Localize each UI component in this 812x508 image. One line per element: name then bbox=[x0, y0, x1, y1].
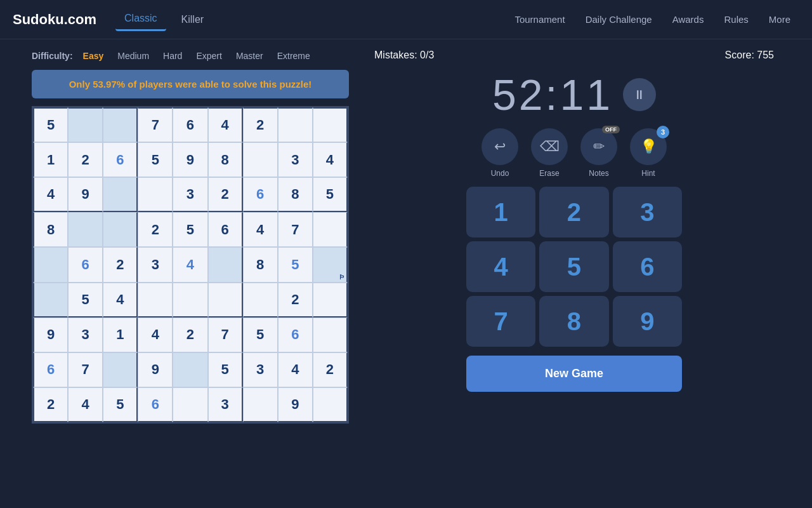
diff-hard[interactable]: Hard bbox=[159, 50, 186, 62]
grid-cell[interactable]: 3 bbox=[68, 318, 103, 352]
grid-cell[interactable] bbox=[103, 352, 138, 387]
grid-cell[interactable]: 9 bbox=[33, 318, 68, 352]
grid-cell[interactable] bbox=[313, 283, 348, 318]
grid-cell[interactable]: 2 bbox=[173, 318, 207, 352]
grid-cell[interactable]: 5 bbox=[243, 318, 278, 352]
grid-cell[interactable]: 1 bbox=[103, 318, 138, 352]
nav-classic[interactable]: Classic bbox=[115, 8, 166, 31]
grid-cell[interactable]: 6 bbox=[138, 387, 173, 422]
grid-cell[interactable]: 8 bbox=[278, 177, 313, 212]
grid-cell[interactable]: 2 bbox=[68, 142, 103, 177]
grid-cell[interactable]: 5 bbox=[278, 247, 313, 282]
nav-more[interactable]: More bbox=[760, 9, 799, 30]
diff-medium[interactable]: Medium bbox=[114, 50, 153, 62]
grid-cell[interactable]: 7 bbox=[68, 352, 103, 387]
grid-cell[interactable]: 4 bbox=[278, 352, 313, 387]
diff-expert[interactable]: Expert bbox=[192, 50, 225, 62]
new-game-button[interactable]: New Game bbox=[466, 356, 682, 392]
grid-cell[interactable]: 5 bbox=[208, 352, 243, 387]
grid-cell[interactable]: 9 bbox=[173, 142, 207, 177]
grid-cell[interactable]: 4 bbox=[138, 318, 173, 352]
tool-erase[interactable]: ⌫ Erase bbox=[531, 128, 568, 178]
pause-button[interactable]: ⏸ bbox=[623, 78, 656, 111]
grid-cell[interactable] bbox=[103, 177, 138, 212]
numpad-5[interactable]: 5 bbox=[539, 241, 608, 292]
grid-cell[interactable]: 6 bbox=[103, 142, 138, 177]
grid-cell[interactable]: 5 bbox=[68, 283, 103, 318]
grid-cell[interactable]: 1 bbox=[33, 142, 68, 177]
nav-rules[interactable]: Rules bbox=[715, 9, 757, 30]
grid-cell[interactable]: 6 bbox=[173, 107, 207, 142]
grid-cell[interactable]: 4 bbox=[173, 247, 207, 282]
nav-tournament[interactable]: Tournament bbox=[506, 9, 573, 30]
grid-cell[interactable]: 9 bbox=[278, 387, 313, 422]
numpad-2[interactable]: 2 bbox=[539, 187, 608, 237]
grid-cell[interactable] bbox=[313, 387, 348, 422]
grid-cell[interactable]: 9 bbox=[138, 352, 173, 387]
grid-cell[interactable]: 5 bbox=[138, 142, 173, 177]
hint-circle[interactable]: 💡 3 bbox=[630, 128, 667, 165]
grid-cell[interactable] bbox=[33, 247, 68, 282]
grid-cell[interactable]: 3 bbox=[278, 142, 313, 177]
grid-cell[interactable] bbox=[138, 283, 173, 318]
grid-cell[interactable]: 2 bbox=[243, 107, 278, 142]
grid-cell[interactable] bbox=[68, 107, 103, 142]
grid-cell[interactable]: 3 bbox=[243, 352, 278, 387]
grid-cell[interactable]: 2 bbox=[208, 177, 243, 212]
numpad-7[interactable]: 7 bbox=[466, 296, 535, 347]
grid-cell[interactable] bbox=[68, 212, 103, 247]
grid-cell[interactable]: 3 bbox=[208, 387, 243, 422]
grid-cell[interactable]: 🏳 bbox=[313, 247, 348, 282]
grid-cell[interactable]: 4 bbox=[68, 387, 103, 422]
grid-cell[interactable] bbox=[103, 212, 138, 247]
grid-cell[interactable]: 2 bbox=[138, 212, 173, 247]
tool-notes[interactable]: ✏ OFF Notes bbox=[580, 128, 617, 178]
grid-cell[interactable]: 5 bbox=[33, 107, 68, 142]
grid-cell[interactable]: 2 bbox=[33, 387, 68, 422]
grid-cell[interactable] bbox=[103, 107, 138, 142]
grid-cell[interactable]: 2 bbox=[278, 283, 313, 318]
numpad-8[interactable]: 8 bbox=[539, 296, 608, 347]
grid-cell[interactable] bbox=[208, 283, 243, 318]
grid-cell[interactable]: 7 bbox=[278, 212, 313, 247]
grid-cell[interactable] bbox=[313, 212, 348, 247]
grid-cell[interactable]: 4 bbox=[313, 142, 348, 177]
grid-cell[interactable] bbox=[313, 107, 348, 142]
grid-cell[interactable] bbox=[173, 387, 207, 422]
grid-cell[interactable]: 5 bbox=[173, 212, 207, 247]
grid-cell[interactable] bbox=[173, 352, 207, 387]
numpad-3[interactable]: 3 bbox=[613, 187, 682, 237]
grid-cell[interactable]: 3 bbox=[173, 177, 207, 212]
grid-cell[interactable] bbox=[33, 283, 68, 318]
grid-cell[interactable] bbox=[278, 107, 313, 142]
numpad-4[interactable]: 4 bbox=[466, 241, 535, 292]
grid-cell[interactable] bbox=[243, 387, 278, 422]
notes-circle[interactable]: ✏ OFF bbox=[580, 128, 617, 165]
nav-killer[interactable]: Killer bbox=[173, 9, 213, 30]
nav-awards[interactable]: Awards bbox=[664, 9, 713, 30]
nav-daily-challenge[interactable]: Daily Challenge bbox=[577, 9, 661, 30]
sudoku-grid[interactable]: 57642126598344932685825647623485🏳5429314… bbox=[32, 106, 349, 424]
undo-circle[interactable]: ↩ bbox=[481, 128, 518, 165]
grid-cell[interactable] bbox=[243, 142, 278, 177]
numpad-9[interactable]: 9 bbox=[613, 296, 682, 347]
grid-cell[interactable]: 7 bbox=[138, 107, 173, 142]
grid-cell[interactable]: 4 bbox=[208, 107, 243, 142]
grid-cell[interactable] bbox=[173, 283, 207, 318]
grid-cell[interactable]: 6 bbox=[68, 247, 103, 282]
grid-cell[interactable]: 7 bbox=[208, 318, 243, 352]
diff-extreme[interactable]: Extreme bbox=[273, 50, 314, 62]
tool-undo[interactable]: ↩ Undo bbox=[481, 128, 518, 178]
grid-cell[interactable] bbox=[208, 247, 243, 282]
grid-cell[interactable]: 2 bbox=[313, 352, 348, 387]
grid-cell[interactable]: 5 bbox=[103, 387, 138, 422]
grid-cell[interactable]: 2 bbox=[103, 247, 138, 282]
diff-easy[interactable]: Easy bbox=[79, 50, 108, 62]
grid-cell[interactable] bbox=[313, 318, 348, 352]
numpad-6[interactable]: 6 bbox=[613, 241, 682, 292]
grid-cell[interactable] bbox=[243, 283, 278, 318]
grid-cell[interactable]: 6 bbox=[278, 318, 313, 352]
grid-cell[interactable]: 8 bbox=[33, 212, 68, 247]
tool-hint[interactable]: 💡 3 Hint bbox=[630, 128, 667, 178]
grid-cell[interactable]: 4 bbox=[33, 177, 68, 212]
